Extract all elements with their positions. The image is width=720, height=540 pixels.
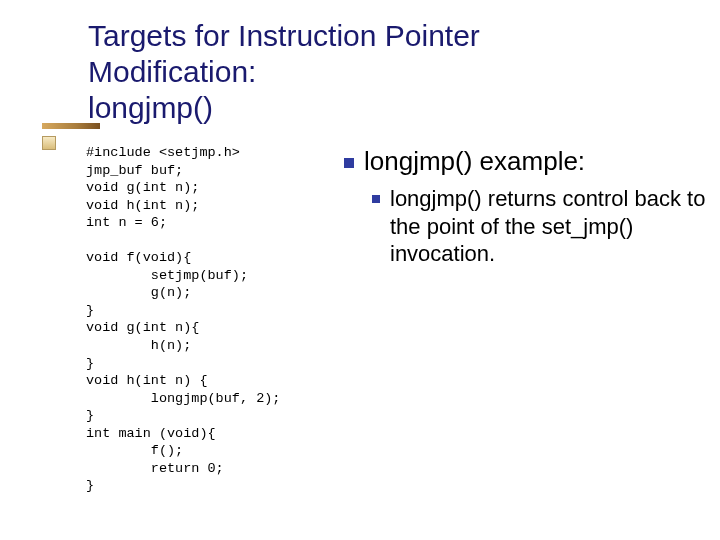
bullet-2-text: longjmp() returns control back to the po… xyxy=(390,185,720,268)
title-line-1: Targets for Instruction Pointer Modifica… xyxy=(88,19,480,124)
page-title: Targets for Instruction Pointer Modifica… xyxy=(88,18,720,126)
bullet-level-2: longjmp() returns control back to the po… xyxy=(372,185,720,268)
code-accent-icon xyxy=(42,136,56,150)
title-area: Targets for Instruction Pointer Modifica… xyxy=(0,0,720,126)
bullet-level-1: longjmp() example: xyxy=(344,146,720,177)
square-bullet-small-icon xyxy=(372,195,380,203)
bullet-content: longjmp() example: longjmp() returns con… xyxy=(344,144,720,495)
bullet-1-text: longjmp() example: xyxy=(364,146,585,177)
main-content: #include <setjmp.h> jmp_buf buf; void g(… xyxy=(0,126,720,495)
code-listing: #include <setjmp.h> jmp_buf buf; void g(… xyxy=(86,144,332,495)
square-bullet-icon xyxy=(344,158,354,168)
